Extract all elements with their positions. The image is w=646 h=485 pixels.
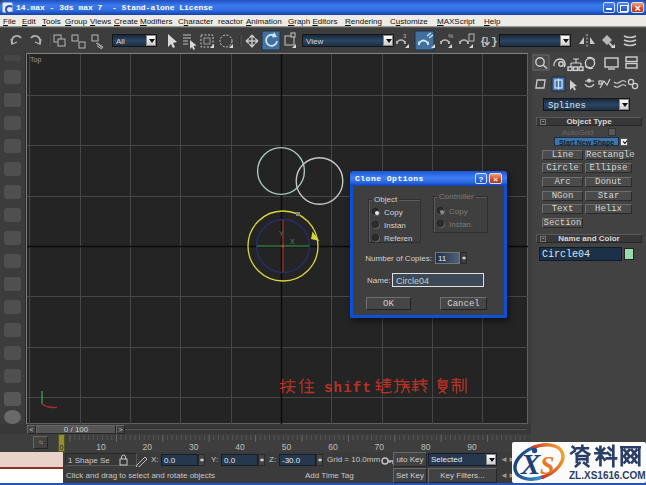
svg-text:shift: shift	[324, 380, 372, 396]
svg-text:ZL.XS1616.COM: ZL.XS1616.COM	[569, 470, 646, 481]
svg-text:40: 40	[235, 442, 245, 452]
svg-text:10: 10	[96, 442, 106, 452]
svg-text:3: 3	[403, 33, 407, 39]
svg-text:X: X	[290, 238, 295, 245]
svg-text:Y: Y	[279, 230, 284, 237]
svg-text:{: {	[480, 36, 487, 48]
svg-text:20: 20	[143, 442, 153, 452]
svg-text:X: X	[520, 448, 541, 480]
svg-text:}: }	[491, 36, 498, 48]
svg-text:60: 60	[328, 442, 338, 452]
svg-text:30: 30	[189, 442, 199, 452]
svg-text:50: 50	[282, 442, 292, 452]
svg-text:70: 70	[375, 442, 385, 452]
svg-text:80: 80	[421, 442, 431, 452]
svg-text:90: 90	[467, 442, 477, 452]
svg-text:%: %	[448, 33, 454, 39]
svg-text:S: S	[540, 451, 554, 480]
